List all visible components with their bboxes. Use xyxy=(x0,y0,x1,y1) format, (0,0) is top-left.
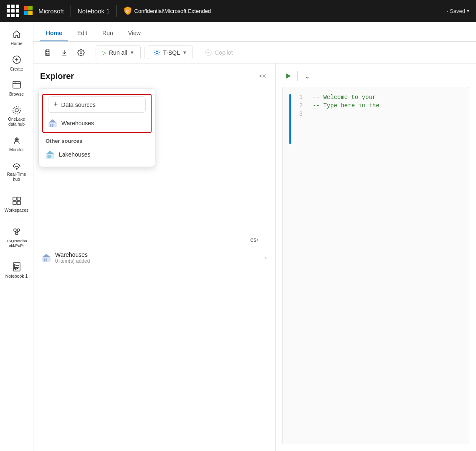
sidebar-label-notebook: Notebook 1 xyxy=(5,274,28,279)
svg-point-11 xyxy=(16,168,17,170)
saved-chevron-icon[interactable]: ▾ xyxy=(467,8,469,14)
code-chevron-down-icon: ⌄ xyxy=(304,72,310,80)
sidebar-label-monitor: Monitor xyxy=(9,147,24,152)
saved-label: Saved xyxy=(450,8,465,14)
svg-rect-43 xyxy=(46,258,47,261)
sidebar-label-workspaces: Workspaces xyxy=(5,208,29,213)
tab-view[interactable]: View xyxy=(122,25,147,41)
app-title: Microsoft xyxy=(38,8,64,15)
notebook-icon: </> xyxy=(12,262,22,272)
copilot-icon xyxy=(205,49,212,56)
other-partial-label: es xyxy=(251,236,257,243)
code-toolbar-divider xyxy=(297,71,298,81)
sidebar-item-home[interactable]: Home xyxy=(0,25,33,51)
run-all-button[interactable]: ▷ Run all ▾ xyxy=(96,46,141,59)
svg-rect-38 xyxy=(48,155,49,158)
code-run-button[interactable] xyxy=(282,70,294,82)
explorer-title: Explorer xyxy=(40,71,74,81)
sidebar-item-notebook[interactable]: </> Notebook 1 xyxy=(0,258,33,283)
badge-label: Confidential\Microsoft Extended xyxy=(134,8,211,14)
code-toolbar: ⌄ xyxy=(282,70,469,82)
svg-point-18 xyxy=(15,232,18,235)
code-blue-bar xyxy=(289,94,291,144)
confidential-badge: C Confidential\Microsoft Extended xyxy=(124,6,211,15)
saved-status: · Saved ▾ xyxy=(447,8,470,14)
code-dropdown-button[interactable]: ⌄ xyxy=(301,70,313,82)
tab-run[interactable]: Run xyxy=(96,25,119,41)
tab-edit[interactable]: Edit xyxy=(71,25,93,41)
topbar-divider1 xyxy=(71,5,71,17)
svg-rect-39 xyxy=(49,155,51,158)
monitor-icon xyxy=(12,135,22,145)
sidebar-item-realtime[interactable]: Real-Time hub xyxy=(0,156,33,186)
run-all-label: Run all xyxy=(109,49,127,56)
tsql-gear-icon xyxy=(153,49,161,56)
svg-text:C: C xyxy=(126,9,129,13)
svg-rect-13 xyxy=(17,201,20,205)
svg-marker-40 xyxy=(46,151,54,154)
line-number-3: 3 xyxy=(294,111,303,117)
tree-item-warehouses[interactable]: Warehouses 0 item(s) added › xyxy=(33,247,275,268)
topbar-divider2 xyxy=(116,5,117,17)
sidebar-item-tsq[interactable]: TSQNotebo okLPuPr xyxy=(0,223,33,252)
warehouses-chevron-icon: › xyxy=(265,254,267,261)
realtime-icon xyxy=(12,160,22,170)
onelake-icon xyxy=(12,105,22,115)
sidebar-item-workspaces[interactable]: Workspaces xyxy=(0,192,33,217)
svg-point-8 xyxy=(13,106,20,114)
tab-home[interactable]: Home xyxy=(40,25,68,41)
add-datasources-button[interactable]: + Data sources xyxy=(48,96,146,113)
sidebar-divider2 xyxy=(7,220,26,220)
collapse-button[interactable]: << xyxy=(257,70,268,82)
svg-line-20 xyxy=(17,231,18,232)
sidebar-label-browse: Browse xyxy=(9,91,24,97)
toolbar-divider2 xyxy=(144,47,144,58)
sidebar-label-onelake: OneLake data hub xyxy=(8,117,25,127)
notebook-name[interactable]: Notebook 1 xyxy=(78,8,110,15)
svg-text:</>: </> xyxy=(14,267,18,270)
tsql-dropdown-icon[interactable]: ▾ xyxy=(182,48,187,56)
gear-icon xyxy=(77,49,85,56)
copilot-button[interactable]: Copilot xyxy=(200,46,238,59)
code-content: 1 -- Welcome to your 2 -- Type here in t… xyxy=(289,94,462,144)
svg-rect-42 xyxy=(44,258,46,261)
line-number-1: 1 xyxy=(294,94,303,101)
microsoft-logo xyxy=(24,6,33,15)
svg-point-16 xyxy=(14,229,16,231)
sidebar-item-create[interactable]: Create xyxy=(0,51,33,76)
run-dropdown-icon[interactable]: ▾ xyxy=(130,48,134,56)
run-play-icon: ▷ xyxy=(102,49,106,56)
svg-rect-26 xyxy=(46,50,49,52)
add-datasources-label: Data sources xyxy=(61,101,96,108)
sidebar-divider1 xyxy=(7,189,26,189)
sidebar-item-browse[interactable]: Browse xyxy=(0,76,33,101)
download-icon xyxy=(61,49,68,56)
tsql-button[interactable]: T-SQL ▾ xyxy=(148,46,192,59)
lakehouses-dropdown-item[interactable]: Lakehouses xyxy=(39,146,155,163)
svg-rect-35 xyxy=(52,124,53,127)
sidebar: Home Create Browse OneLake data hub xyxy=(0,22,33,451)
warehouses-tree-sub: 0 item(s) added xyxy=(55,258,90,264)
main-layout: Home Create Browse OneLake data hub xyxy=(0,22,476,451)
settings-button[interactable] xyxy=(73,45,89,60)
datasources-dropdown: + Data sources Warehouses xyxy=(38,89,155,167)
svg-point-7 xyxy=(15,109,18,112)
tree-item-other-left: es xyxy=(251,236,257,243)
sidebar-item-onelake[interactable]: OneLake data hub xyxy=(0,101,33,131)
code-editor[interactable]: 1 -- Welcome to your 2 -- Type here in t… xyxy=(282,87,469,444)
download-button[interactable] xyxy=(57,45,72,60)
toolbar-divider3 xyxy=(196,47,196,58)
sidebar-item-monitor[interactable]: Monitor xyxy=(0,131,33,157)
collapse-icon: << xyxy=(259,73,266,79)
app-grid-icon[interactable] xyxy=(7,5,19,17)
content-area: Home Edit Run View xyxy=(33,22,476,451)
tree-item-other[interactable]: es › xyxy=(33,232,275,247)
svg-marker-45 xyxy=(286,73,291,79)
svg-point-31 xyxy=(156,51,158,53)
sidebar-label-tsq: TSQNotebo okLPuPr xyxy=(6,238,27,248)
warehouses-dropdown-item[interactable]: Warehouses xyxy=(43,114,151,132)
svg-marker-44 xyxy=(43,254,50,257)
save-button[interactable] xyxy=(40,45,55,60)
svg-rect-12 xyxy=(13,201,16,205)
explorer-tree: es › Wareho xyxy=(33,229,275,451)
